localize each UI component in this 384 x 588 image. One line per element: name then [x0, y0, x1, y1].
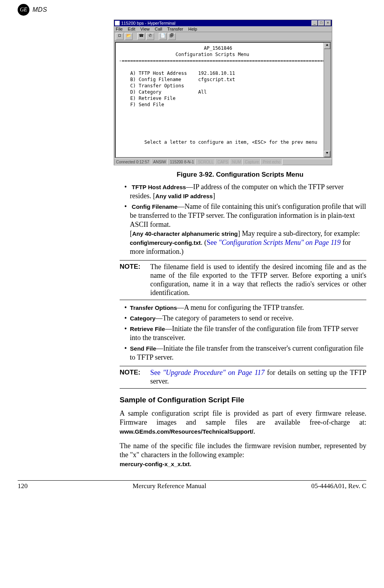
close-icon[interactable]: ×	[325, 20, 331, 26]
app-icon	[115, 21, 120, 25]
menu-transfer[interactable]: Transfer	[167, 27, 183, 31]
config-scripts-link[interactable]: "Configuration Scripts Menu" on Page 119	[218, 239, 340, 246]
note-block-1: NOTE: The filename field is used to iden…	[120, 260, 366, 300]
bullet-list-a: TFTP Host Address—IP address of the comp…	[120, 183, 366, 256]
window-titlebar: 115200 bps - HyperTerminal _ □ ×	[114, 20, 332, 26]
footer: 120 Mercury Reference Manual 05-4446A01,…	[18, 482, 366, 492]
statusbar: Connected 0:12:57 ANSIW 115200 8-N-1 SCR…	[114, 159, 332, 165]
see-link[interactable]: See	[150, 369, 163, 376]
status-baud: 115200 8-N-1	[168, 159, 196, 165]
footer-rule	[18, 480, 366, 481]
status-num: NUM	[230, 159, 243, 165]
menu-call[interactable]: Call	[155, 27, 162, 31]
support-url[interactable]: www.GEmds.com/Resources/TechnicalSupport…	[120, 428, 255, 435]
figure-block: 115200 bps - HyperTerminal _ □ × File Ed…	[114, 20, 366, 179]
status-emulation: ANSIW	[151, 159, 168, 165]
note-block-2: NOTE: See "Upgrade Procedure" on Page 11…	[120, 366, 366, 389]
see-link[interactable]: See	[207, 239, 219, 246]
status-scroll: SCROLL	[196, 159, 215, 165]
page-number: 120	[18, 482, 28, 490]
menu-file[interactable]: File	[116, 27, 123, 31]
menubar: File Edit View Call Transfer Help	[114, 26, 332, 32]
note-label: NOTE:	[120, 263, 150, 297]
hyperterminal-window: 115200 bps - HyperTerminal _ □ × File Ed…	[114, 20, 332, 165]
list-item: Retrieve File—Initiate the file transfer…	[120, 324, 366, 342]
toolbar-props-icon[interactable]: 🗐	[168, 33, 176, 40]
toolbar: 🗋 📂 ☎ ✆ 📄 🗐	[114, 32, 332, 41]
ge-logo-icon: GE	[18, 4, 29, 16]
list-item: TFTP Host Address—IP address of the comp…	[120, 183, 366, 201]
toolbar-disconnect-icon[interactable]: ✆	[146, 33, 154, 40]
note-body: See "Upgrade Procedure" on Page 117 for …	[150, 369, 366, 386]
toolbar-new-icon[interactable]: 🗋	[116, 33, 124, 40]
note-body: The filename field is used to identify t…	[150, 263, 366, 297]
bullet-list-b: Transfer Options—A menu for configuring …	[120, 303, 366, 362]
list-item: Category—The category of parameters to s…	[120, 314, 366, 323]
toolbar-send-icon[interactable]: 📄	[159, 33, 167, 40]
menu-view[interactable]: View	[140, 27, 150, 31]
list-item: Config Filename—Name of file containing …	[120, 202, 366, 256]
menu-edit[interactable]: Edit	[128, 27, 135, 31]
paragraph: A sample configuration script file is pr…	[120, 409, 366, 436]
term-tftp-host: TFTP Host Address	[132, 184, 186, 190]
term-config-filename: Config Filename	[132, 203, 178, 210]
list-item: Transfer Options—A menu for configuring …	[120, 303, 366, 312]
status-echo: Print echo	[261, 159, 282, 165]
terminal-content: AP_1561846 Configuration Scripts Menu -=…	[115, 42, 331, 158]
brand-text: MDS	[33, 6, 47, 13]
note-label: NOTE:	[120, 369, 150, 386]
terminal-text: AP_1561846 Configuration Scripts Menu -=…	[119, 45, 327, 145]
window-title: 115200 bps - HyperTerminal	[121, 21, 175, 25]
scroll-up-icon[interactable]: ▲	[324, 43, 330, 49]
vertical-scrollbar[interactable]: ▲ ▼	[324, 43, 330, 157]
status-capture: Capture	[243, 159, 261, 165]
scroll-down-icon[interactable]: ▼	[324, 151, 330, 157]
status-connected: Connected 0:12:57	[114, 159, 151, 165]
figure-caption: Figure 3-92. Configuration Scripts Menu	[114, 171, 366, 179]
list-item: Send File—Initiate the file transfer fro…	[120, 344, 366, 362]
upgrade-procedure-link[interactable]: "Upgrade Procedure" on Page 117	[163, 369, 264, 376]
footer-rev: 05-4446A01, Rev. C	[311, 482, 366, 490]
toolbar-connect-icon[interactable]: ☎	[137, 33, 145, 40]
status-caps: CAPS	[215, 159, 230, 165]
paragraph: The name of the specific file includes t…	[120, 441, 366, 469]
menu-help[interactable]: Help	[188, 27, 197, 31]
maximize-icon[interactable]: □	[318, 20, 324, 26]
subheading: Sample of Configuration Script File	[120, 396, 366, 404]
page-header: GE MDS	[18, 4, 366, 16]
toolbar-open-icon[interactable]: 📂	[125, 33, 133, 40]
minimize-icon[interactable]: _	[311, 20, 318, 26]
footer-title: Mercury Reference Manual	[133, 482, 206, 490]
